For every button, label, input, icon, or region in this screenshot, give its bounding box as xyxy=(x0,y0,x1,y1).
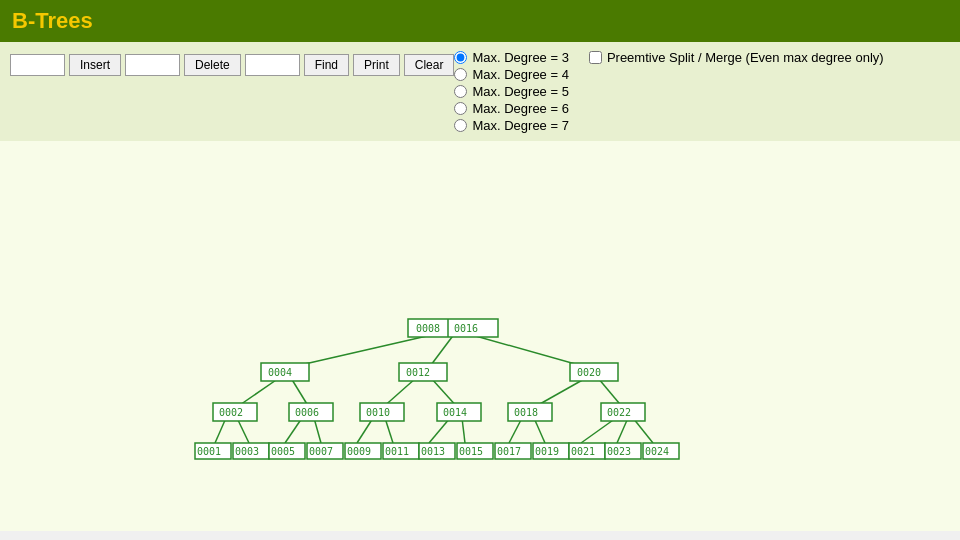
node-l1-key1: 0004 xyxy=(268,367,292,378)
find-input[interactable] xyxy=(245,54,300,76)
insert-button[interactable]: Insert xyxy=(69,54,121,76)
toolbar-options: Max. Degree = 3 Max. Degree = 4 Max. Deg… xyxy=(454,50,883,133)
node-root-key1: 0008 xyxy=(416,323,440,334)
degree-3-label: Max. Degree = 3 xyxy=(472,50,568,65)
leaf-0001-text: 0001 xyxy=(197,446,221,457)
degree-5-radio[interactable] xyxy=(454,85,467,98)
degree-5-item: Max. Degree = 5 xyxy=(454,84,568,99)
degree-3-radio[interactable] xyxy=(454,51,467,64)
app-header: B-Trees xyxy=(0,0,960,42)
degree-3-item: Max. Degree = 3 xyxy=(454,50,568,65)
leaf-0024-text: 0024 xyxy=(645,446,669,457)
degree-5-label: Max. Degree = 5 xyxy=(472,84,568,99)
preemtive-label: Preemtive Split / Merge (Even max degree… xyxy=(607,50,884,65)
leaf-0003-text: 0003 xyxy=(235,446,259,457)
leaf-0013-text: 0013 xyxy=(421,446,445,457)
find-button[interactable]: Find xyxy=(304,54,349,76)
app-title: B-Trees xyxy=(12,8,93,33)
node-ll2-key1: 0006 xyxy=(295,407,319,418)
toolbar-controls: Insert Delete Find Print Clear xyxy=(10,54,454,76)
degree-4-radio[interactable] xyxy=(454,68,467,81)
toolbar: Insert Delete Find Print Clear Max. Degr… xyxy=(0,42,960,141)
degree-radio-group: Max. Degree = 3 Max. Degree = 4 Max. Deg… xyxy=(454,50,568,133)
insert-input[interactable] xyxy=(10,54,65,76)
degree-7-item: Max. Degree = 7 xyxy=(454,118,568,133)
degree-6-label: Max. Degree = 6 xyxy=(472,101,568,116)
delete-input[interactable] xyxy=(125,54,180,76)
leaf-0007-text: 0007 xyxy=(309,446,333,457)
tree-view: 0008 0016 0004 0012 0020 0002 0006 0010 … xyxy=(0,141,960,531)
leaf-0005-text: 0005 xyxy=(271,446,295,457)
node-ml1-key1: 0010 xyxy=(366,407,390,418)
leaf-0011-text: 0011 xyxy=(385,446,409,457)
node-ml2-key1: 0014 xyxy=(443,407,467,418)
delete-button[interactable]: Delete xyxy=(184,54,241,76)
node-r1-key1: 0020 xyxy=(577,367,601,378)
leaf-0019-text: 0019 xyxy=(535,446,559,457)
tree-svg: 0008 0016 0004 0012 0020 0002 0006 0010 … xyxy=(0,141,960,531)
node-m1-key1: 0012 xyxy=(406,367,430,378)
degree-7-radio[interactable] xyxy=(454,119,467,132)
leaf-0017-text: 0017 xyxy=(497,446,521,457)
node-mr1-key1: 0018 xyxy=(514,407,538,418)
node-ll1-key1: 0002 xyxy=(219,407,243,418)
degree-4-item: Max. Degree = 4 xyxy=(454,67,568,82)
clear-button[interactable]: Clear xyxy=(404,54,455,76)
preemtive-checkbox[interactable] xyxy=(589,51,602,64)
leaf-0015-text: 0015 xyxy=(459,446,483,457)
leaf-0021-text: 0021 xyxy=(571,446,595,457)
degree-6-item: Max. Degree = 6 xyxy=(454,101,568,116)
degree-4-label: Max. Degree = 4 xyxy=(472,67,568,82)
leaf-0009-text: 0009 xyxy=(347,446,371,457)
node-root-key2: 0016 xyxy=(454,323,478,334)
leaf-0023-text: 0023 xyxy=(607,446,631,457)
node-mr2-key1: 0022 xyxy=(607,407,631,418)
degree-7-label: Max. Degree = 7 xyxy=(472,118,568,133)
print-button[interactable]: Print xyxy=(353,54,400,76)
degree-6-radio[interactable] xyxy=(454,102,467,115)
preemtive-section: Preemtive Split / Merge (Even max degree… xyxy=(589,50,884,65)
